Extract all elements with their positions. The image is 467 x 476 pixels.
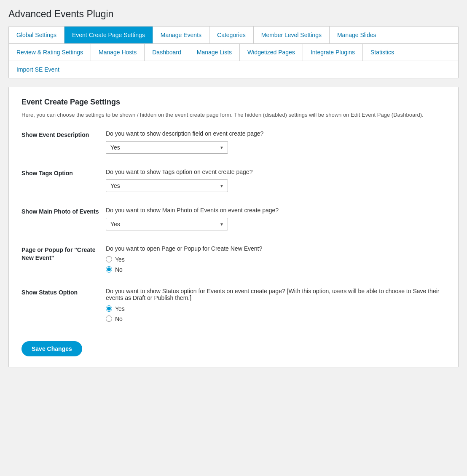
tab-dashboard[interactable]: Dashboard (145, 44, 189, 61)
select-show-main-photo[interactable]: YesNo (106, 218, 228, 230)
radio-group-show-status-option: YesNo (106, 305, 446, 322)
radio-text-show-status-option-yes: Yes (115, 305, 125, 312)
radio-input-page-or-popup-yes[interactable] (106, 256, 112, 262)
radio-input-page-or-popup-no[interactable] (106, 266, 112, 273)
radio-group-page-or-popup: YesNo (106, 256, 446, 273)
setting-label-show-event-description: Show Event Description (21, 130, 106, 139)
radio-text-page-or-popup-no: No (115, 266, 123, 273)
radio-input-show-status-option-yes[interactable] (106, 305, 112, 312)
tab-integrate-plugins[interactable]: Integrate Plugins (303, 44, 363, 61)
setting-question-show-status-option: Do you want to show Status option for Ev… (106, 288, 446, 301)
section-desc: Here, you can choose the settings to be … (21, 111, 446, 120)
radio-text-page-or-popup-yes: Yes (115, 256, 125, 263)
tab-manage-lists[interactable]: Manage Lists (189, 44, 240, 61)
settings-container: Show Event DescriptionDo you want to sho… (21, 130, 446, 322)
tabs-row-1: Global SettingsEvent Create Page Setting… (9, 27, 458, 44)
tab-member-level-settings[interactable]: Member Level Settings (254, 27, 330, 43)
section-title: Event Create Page Settings (21, 98, 446, 107)
tabs-row-3: Import SE Event (9, 61, 458, 78)
select-show-event-description[interactable]: YesNo (106, 141, 228, 154)
setting-control-show-tags-option: Do you want to show Tags option on event… (106, 168, 446, 192)
content-box: Event Create Page Settings Here, you can… (8, 87, 459, 367)
setting-question-show-tags-option: Do you want to show Tags option on event… (106, 168, 446, 175)
radio-input-show-status-option-no[interactable] (106, 316, 112, 322)
tab-import-se-event[interactable]: Import SE Event (9, 61, 67, 78)
setting-control-page-or-popup: Do you want to open Page or Popup for Cr… (106, 245, 446, 273)
radio-label-page-or-popup-no[interactable]: No (106, 266, 446, 273)
tab-categories[interactable]: Categories (209, 27, 254, 43)
setting-control-show-status-option: Do you want to show Status option for Ev… (106, 288, 446, 322)
setting-question-page-or-popup: Do you want to open Page or Popup for Cr… (106, 245, 446, 252)
save-changes-button[interactable]: Save Changes (21, 341, 82, 356)
radio-text-show-status-option-no: No (115, 316, 123, 322)
setting-label-show-status-option: Show Status Option (21, 288, 106, 297)
tabs-row-2: Review & Rating SettingsManage HostsDash… (9, 44, 458, 61)
tab-review-rating-settings[interactable]: Review & Rating Settings (9, 44, 91, 61)
select-show-tags-option[interactable]: YesNo (106, 179, 228, 192)
select-wrapper-show-event-description: YesNo (106, 141, 228, 154)
setting-row-show-tags-option: Show Tags OptionDo you want to show Tags… (21, 168, 446, 192)
radio-label-page-or-popup-yes[interactable]: Yes (106, 256, 446, 263)
setting-label-page-or-popup: Page or Popup for "Create New Event" (21, 245, 106, 262)
radio-label-show-status-option-yes[interactable]: Yes (106, 305, 446, 312)
tab-statistics[interactable]: Statistics (363, 44, 402, 61)
setting-row-show-status-option: Show Status OptionDo you want to show St… (21, 288, 446, 322)
tab-widgetized-pages[interactable]: Widgetized Pages (240, 44, 303, 61)
radio-label-show-status-option-no[interactable]: No (106, 316, 446, 322)
setting-control-show-main-photo: Do you want to show Main Photo of Events… (106, 207, 446, 230)
app-title: Advanced Events Plugin (8, 8, 459, 20)
tab-manage-events[interactable]: Manage Events (153, 27, 209, 43)
select-wrapper-show-main-photo: YesNo (106, 218, 228, 230)
setting-row-page-or-popup: Page or Popup for "Create New Event"Do y… (21, 245, 446, 273)
tab-manage-slides[interactable]: Manage Slides (330, 27, 384, 43)
setting-row-show-main-photo: Show Main Photo of EventsDo you want to … (21, 207, 446, 230)
setting-question-show-event-description: Do you want to show description field on… (106, 130, 446, 137)
tab-event-create-page-settings[interactable]: Event Create Page Settings (64, 27, 153, 43)
setting-label-show-tags-option: Show Tags Option (21, 168, 106, 178)
select-wrapper-show-tags-option: YesNo (106, 179, 228, 192)
tab-manage-hosts[interactable]: Manage Hosts (91, 44, 145, 61)
setting-row-show-event-description: Show Event DescriptionDo you want to sho… (21, 130, 446, 154)
setting-label-show-main-photo: Show Main Photo of Events (21, 207, 106, 216)
tabs-container: Global SettingsEvent Create Page Setting… (8, 26, 459, 78)
setting-control-show-event-description: Do you want to show description field on… (106, 130, 446, 154)
tab-global-settings[interactable]: Global Settings (9, 27, 64, 43)
setting-question-show-main-photo: Do you want to show Main Photo of Events… (106, 207, 446, 214)
